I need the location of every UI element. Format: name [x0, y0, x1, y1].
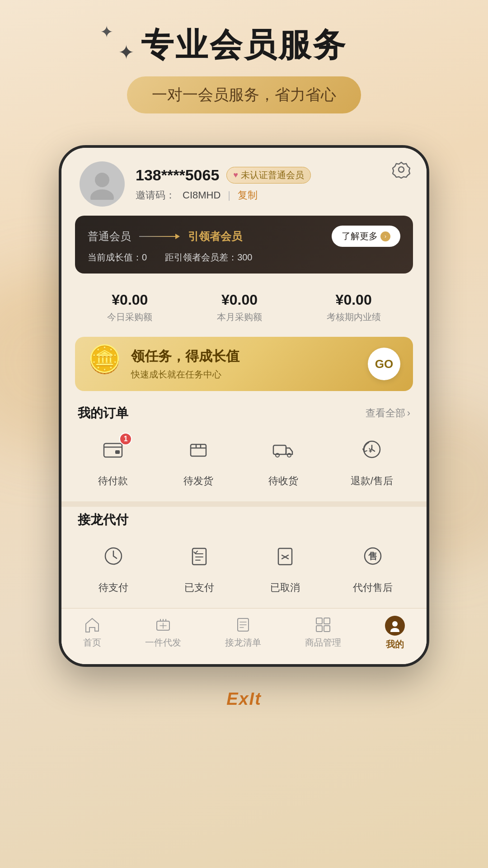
nav-dropship[interactable]: 一件代发	[145, 616, 181, 651]
stat-month-label: 本月采购额	[217, 311, 262, 323]
stat-month-purchase: ¥0.00 本月采购额	[217, 292, 262, 323]
dalong-after-sale[interactable]: 售 代付售后	[353, 540, 393, 594]
order-pending-payment-label: 待付款	[98, 474, 128, 488]
upgrade-stat-2: 距引领者会员差：300	[165, 251, 252, 264]
order-refund-label: 退款/售后	[351, 474, 393, 488]
nav-home[interactable]: 首页	[83, 616, 101, 651]
exit-text[interactable]: ExIt	[226, 689, 262, 708]
copy-button[interactable]: 复制	[238, 189, 258, 202]
product-mgmt-icon	[314, 616, 332, 634]
nav-product-mgmt-label: 商品管理	[305, 637, 341, 649]
invite-label: 邀请码：	[136, 189, 175, 202]
nav-dropship-label: 一件代发	[145, 637, 181, 649]
svg-rect-7	[273, 445, 286, 454]
stat-today-label: 今日采购额	[107, 311, 152, 323]
order-pending-ship-label: 待发货	[183, 474, 213, 488]
go-button[interactable]: GO	[368, 348, 400, 380]
member-text: 未认证普通会员	[241, 169, 304, 181]
learn-more-button[interactable]: 了解更多 ›	[332, 226, 400, 247]
sale-after-icon: 售	[361, 545, 384, 572]
sparkle-icon-1: ✦	[100, 23, 113, 42]
profile-info: 138****5065 ♥ 未认证普通会员 邀请码： CI8MHD | 复制	[136, 166, 408, 202]
stat-period-performance: ¥0.00 考核期内业绩	[327, 292, 381, 323]
svg-rect-19	[316, 618, 322, 624]
dalong-icon-grid: 待支付 已支付	[61, 536, 427, 608]
view-all-orders[interactable]: 查看全部 ›	[366, 406, 410, 420]
dalong-cancelled-label: 已取消	[270, 581, 300, 594]
task-subtitle: 快速成长就在任务中心	[131, 368, 368, 381]
page-title: 专业会员服务	[127, 27, 361, 63]
level-from: 普通会员	[88, 229, 131, 244]
stat-today-value: ¥0.00	[107, 292, 152, 308]
invite-code: CI8MHD	[183, 189, 221, 201]
nav-dalong-list[interactable]: 接龙清单	[225, 616, 261, 651]
dalong-paid-label: 已支付	[184, 581, 214, 594]
svg-point-23	[392, 621, 398, 627]
nav-product-mgmt[interactable]: 商品管理	[305, 616, 341, 651]
mine-avatar-icon	[385, 616, 405, 636]
home-icon	[83, 616, 101, 634]
invite-row: 邀请码： CI8MHD | 复制	[136, 189, 408, 202]
order-pending-payment[interactable]: 1 待付款	[95, 434, 131, 488]
svg-point-0	[95, 173, 109, 187]
svg-point-1	[90, 189, 114, 200]
settings-icon[interactable]	[392, 160, 410, 180]
svg-rect-6	[191, 444, 206, 456]
phone-mockup: 138****5065 ♥ 未认证普通会员 邀请码： CI8MHD | 复制	[59, 145, 429, 667]
svg-point-24	[390, 628, 399, 632]
svg-text:¥: ¥	[369, 447, 372, 454]
order-pending-receive[interactable]: 待收货	[265, 434, 301, 488]
profile-section: 138****5065 ♥ 未认证普通会员 邀请码： CI8MHD | 复制	[61, 148, 427, 216]
order-pending-ship[interactable]: 待发货	[180, 434, 216, 488]
svg-rect-4	[104, 443, 122, 457]
svg-rect-5	[115, 450, 120, 454]
dalong-pending-pay[interactable]: 待支付	[95, 540, 131, 594]
task-title: 领任务，得成长值	[131, 347, 368, 366]
nav-home-label: 首页	[83, 637, 101, 649]
svg-marker-2	[393, 162, 410, 178]
nav-mine[interactable]: 我的	[385, 616, 405, 651]
stat-month-value: ¥0.00	[217, 292, 262, 308]
dropship-icon	[154, 616, 172, 634]
svg-rect-21	[316, 626, 322, 632]
box-icon	[187, 438, 210, 466]
upgrade-stats: 当前成长值：0 距引领者会员差：300	[88, 251, 400, 264]
task-banner[interactable]: 🪙 领任务，得成长值 快速成长就在任务中心 GO	[75, 337, 413, 391]
section-divider	[61, 501, 427, 507]
svg-rect-20	[324, 618, 330, 624]
dalong-title: 接龙代付	[78, 511, 128, 528]
upgrade-stat-1: 当前成长值：0	[88, 251, 147, 264]
dalong-after-sale-label: 代付售后	[353, 581, 393, 594]
refund-icon: ¥	[361, 438, 383, 466]
divider: |	[228, 189, 230, 201]
orders-icon-grid: 1 待付款	[61, 429, 427, 501]
task-icon: 🪙	[88, 346, 124, 382]
dalong-list-icon	[234, 616, 252, 634]
cancel-doc-icon	[274, 545, 296, 572]
upgrade-banner: 普通会员 引领者会员 了解更多 › 当前成长值：0	[75, 216, 413, 274]
order-refund[interactable]: ¥ 退款/售后	[351, 434, 393, 488]
dalong-cancelled[interactable]: 已取消	[267, 540, 303, 594]
truck-icon	[272, 438, 295, 466]
stat-period-label: 考核期内业绩	[327, 311, 381, 323]
upgrade-levels: 普通会员 引领者会员	[88, 229, 242, 244]
stats-row: ¥0.00 今日采购额 ¥0.00 本月采购额 ¥0.00 考核期内业绩	[61, 283, 427, 332]
level-to: 引领者会员	[188, 229, 242, 244]
subtitle-badge: 一对一会员服务，省力省心	[127, 76, 361, 113]
task-text-area: 领任务，得成长值 快速成长就在任务中心	[124, 347, 368, 381]
clock-icon	[102, 545, 125, 572]
order-pending-receive-label: 待收货	[268, 474, 298, 488]
svg-point-3	[399, 167, 404, 172]
orders-section-header: 我的订单 查看全部 ›	[61, 400, 427, 429]
svg-rect-22	[324, 626, 330, 632]
dalong-section-header: 接龙代付	[61, 507, 427, 536]
dalong-pending-pay-label: 待支付	[99, 581, 128, 594]
avatar	[80, 161, 125, 207]
checklist-icon	[188, 545, 211, 572]
svg-text:售: 售	[368, 551, 377, 561]
stat-today-purchase: ¥0.00 今日采购额	[107, 292, 152, 323]
nav-dalong-list-label: 接龙清单	[225, 637, 261, 649]
member-badge: ♥ 未认证普通会员	[226, 167, 311, 184]
dalong-paid[interactable]: 已支付	[181, 540, 217, 594]
subtitle-text: 一对一会员服务，省力省心	[152, 86, 336, 103]
